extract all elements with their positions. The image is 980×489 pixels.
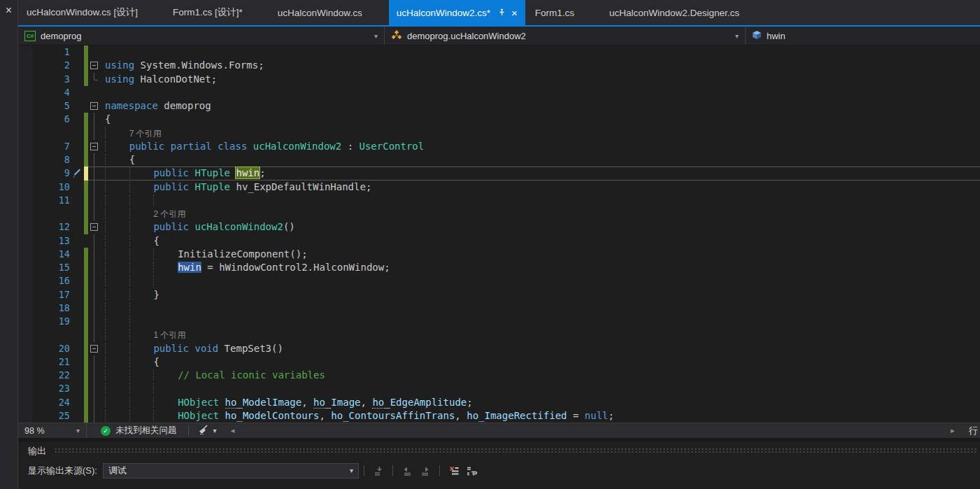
- project-dropdown[interactable]: C# demoprog ▾: [18, 27, 385, 45]
- code-line[interactable]: public void TempSet3(): [101, 342, 980, 355]
- breakpoint-margin-cell[interactable]: [18, 220, 32, 234]
- breakpoint-margin-cell[interactable]: [18, 355, 32, 369]
- code-line[interactable]: namespace demoprog: [101, 99, 980, 113]
- code-token: ucHalconWindow2: [194, 221, 283, 232]
- code-token: ucHalconWindow2: [253, 141, 341, 152]
- breakpoint-margin-cell[interactable]: [18, 207, 32, 220]
- breakpoint-margin-cell[interactable]: [18, 86, 32, 99]
- code-token: [164, 141, 170, 152]
- tab-4[interactable]: ucHalconWindow2.cs*×: [389, 0, 525, 25]
- code-token: [219, 397, 225, 408]
- code-line[interactable]: 2 个引用: [101, 207, 980, 220]
- code-line[interactable]: [101, 194, 980, 207]
- code-token: [105, 316, 129, 327]
- arrow-right-icon: [420, 465, 431, 476]
- scrollbar-track[interactable]: [241, 423, 945, 438]
- code-line[interactable]: {: [101, 355, 980, 369]
- tab-5[interactable]: Form1.cs: [527, 0, 583, 25]
- tab-2[interactable]: Form1.cs [设计]*: [164, 0, 251, 25]
- breakpoint-margin-cell[interactable]: [18, 180, 32, 194]
- output-panel-titlebar[interactable]: 输出: [28, 442, 980, 460]
- breakpoint-margin-cell[interactable]: [18, 45, 32, 59]
- word-wrap-button[interactable]: [463, 463, 481, 479]
- code-line[interactable]: [101, 315, 980, 328]
- code-line[interactable]: using System.Windows.Forms;: [101, 59, 980, 72]
- breakpoint-margin-cell[interactable]: [18, 73, 32, 86]
- type-dropdown[interactable]: demoprog.ucHalconWindow2 ▾: [385, 27, 746, 45]
- breakpoint-margin-cell[interactable]: [18, 166, 32, 180]
- code-line[interactable]: [101, 86, 980, 99]
- code-line[interactable]: public partial class ucHalconWindow2 : U…: [101, 140, 980, 153]
- code-line[interactable]: public HTuple hv_ExpDefaultWinHandle;: [101, 180, 980, 194]
- line-body: 7 个引用: [88, 127, 980, 140]
- code-token: ho_: [372, 397, 390, 409]
- breakpoint-margin-cell[interactable]: [18, 369, 32, 382]
- collapse-button[interactable]: −: [90, 102, 98, 110]
- line-body: − public void TempSet3(): [88, 342, 980, 355]
- collapse-button[interactable]: −: [90, 62, 98, 69]
- breakpoint-margin-cell[interactable]: [18, 153, 32, 166]
- close-icon[interactable]: ×: [511, 8, 518, 18]
- code-line[interactable]: HObject ho_ModelImage, ho_Image, ho_Edge…: [101, 396, 980, 409]
- code-line[interactable]: {: [101, 153, 980, 166]
- code-line[interactable]: // Local iconic variables: [101, 369, 980, 382]
- breakpoint-margin-cell[interactable]: [18, 261, 32, 274]
- breakpoint-margin-cell[interactable]: [18, 248, 32, 261]
- code-line[interactable]: [101, 302, 980, 315]
- code-cleanup-button[interactable]: ▾: [189, 425, 225, 437]
- tab-1[interactable]: ucHalconWindow.cs [设计]: [18, 0, 146, 25]
- breakpoint-margin-cell[interactable]: [18, 328, 32, 341]
- document-health-indicator[interactable]: ✓ 未找到相关问题: [87, 425, 188, 437]
- code-line[interactable]: InitializeComponent();: [101, 248, 980, 261]
- tab-3[interactable]: ucHalconWindow.cs: [269, 0, 371, 25]
- breakpoint-margin-cell[interactable]: [18, 127, 32, 140]
- breakpoint-margin-cell[interactable]: [18, 342, 32, 355]
- fold-margin-cell: [88, 166, 101, 180]
- member-dropdown[interactable]: hwin: [746, 27, 980, 45]
- breakpoint-margin-cell[interactable]: [18, 315, 32, 328]
- breakpoint-margin-cell[interactable]: [18, 396, 32, 409]
- breakpoint-margin-cell[interactable]: [18, 302, 32, 315]
- previous-message-button[interactable]: [398, 463, 416, 479]
- breakpoint-margin-cell[interactable]: [18, 382, 32, 395]
- code-line[interactable]: public HTuple hwin;: [101, 166, 980, 180]
- code-line[interactable]: {: [101, 234, 980, 248]
- breakpoint-margin-cell[interactable]: [18, 194, 32, 207]
- breakpoint-margin-cell[interactable]: [18, 99, 32, 113]
- code-line[interactable]: }: [101, 288, 980, 302]
- zoom-dropdown[interactable]: 98 % ▾: [18, 423, 87, 438]
- scroll-left-icon[interactable]: ◂: [225, 426, 241, 435]
- close-icon[interactable]: ×: [6, 5, 12, 16]
- breakpoint-margin-cell[interactable]: [18, 113, 32, 126]
- code-line[interactable]: using HalconDotNet;: [101, 73, 980, 86]
- breakpoint-margin-cell[interactable]: [18, 234, 32, 248]
- pin-icon[interactable]: [497, 8, 505, 17]
- tab-6[interactable]: ucHalconWindow2.Designer.cs: [601, 0, 748, 25]
- breakpoint-margin-cell[interactable]: [18, 140, 32, 153]
- goto-message-button[interactable]: [369, 463, 388, 479]
- code-editor[interactable]: 12−using System.Windows.Forms;3using Hal…: [18, 45, 980, 423]
- code-line[interactable]: [101, 45, 980, 59]
- horizontal-scrollbar[interactable]: ◂ ▸: [225, 423, 960, 438]
- code-line[interactable]: hwin = hWindowControl2.HalconWindow;: [101, 261, 980, 274]
- code-line[interactable]: 7 个引用: [101, 127, 980, 140]
- clear-all-button[interactable]: [445, 463, 463, 479]
- code-line[interactable]: HObject ho_ModelContours, ho_ContoursAff…: [101, 409, 980, 423]
- fold-margin-cell: [88, 207, 101, 220]
- code-line[interactable]: public ucHalconWindow2(): [101, 220, 980, 234]
- code-line[interactable]: [101, 382, 980, 395]
- next-message-button[interactable]: [416, 463, 434, 479]
- breakpoint-margin-cell[interactable]: [18, 59, 32, 72]
- output-title: 输出: [28, 445, 46, 458]
- breakpoint-margin-cell[interactable]: [18, 288, 32, 302]
- breakpoint-margin-cell[interactable]: [18, 409, 32, 423]
- collapse-button[interactable]: −: [90, 143, 98, 150]
- code-line[interactable]: [101, 274, 980, 288]
- code-line[interactable]: 1 个引用: [101, 328, 980, 341]
- collapse-button[interactable]: −: [90, 223, 98, 231]
- collapse-button[interactable]: −: [90, 345, 98, 353]
- output-source-dropdown[interactable]: 调试 ▾: [103, 463, 359, 479]
- code-line[interactable]: {: [101, 113, 980, 126]
- breakpoint-margin-cell[interactable]: [18, 274, 32, 288]
- scroll-right-icon[interactable]: ▸: [945, 426, 960, 435]
